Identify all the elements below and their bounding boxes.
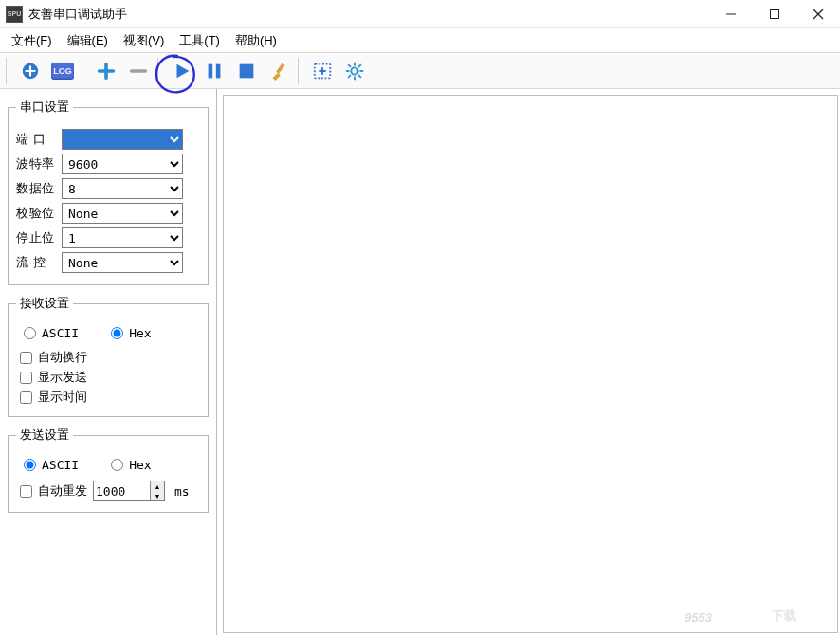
recv-showsend-check[interactable] xyxy=(20,372,32,384)
send-ascii-radio[interactable] xyxy=(24,459,36,471)
toolbar: LOG xyxy=(0,53,840,89)
minus-button[interactable] xyxy=(125,58,152,84)
recv-showtime-check[interactable] xyxy=(20,391,32,404)
menu-file[interactable]: 文件(F) xyxy=(4,29,60,52)
close-button[interactable] xyxy=(796,0,840,28)
receive-settings-group: 接收设置 ASCII Hex 自动换行 显示发送 显示时间 xyxy=(8,295,209,417)
svg-line-18 xyxy=(358,64,361,67)
baud-label: 波特率 xyxy=(16,155,56,172)
svg-line-19 xyxy=(348,75,351,78)
send-ascii-label: ASCII xyxy=(42,458,79,472)
plus-button[interactable] xyxy=(93,58,119,84)
stopbits-select[interactable]: 1 xyxy=(62,227,183,248)
svg-marker-5 xyxy=(177,64,190,78)
left-panel: 串口设置 端 口 波特率 9600 数据位 8 校验位 xyxy=(0,89,216,635)
log-icon: LOG xyxy=(51,63,74,80)
svg-rect-6 xyxy=(209,64,213,78)
parity-label: 校验位 xyxy=(16,205,56,222)
menu-tools[interactable]: 工具(T) xyxy=(172,29,228,52)
add-port-button[interactable] xyxy=(17,58,44,84)
pause-button[interactable] xyxy=(201,58,228,84)
toolbar-separator xyxy=(6,58,9,84)
play-button[interactable] xyxy=(169,58,195,84)
svg-rect-1 xyxy=(771,9,779,18)
menu-help[interactable]: 帮助(H) xyxy=(228,29,284,52)
toolbar-separator xyxy=(157,58,161,84)
serial-settings-legend: 串口设置 xyxy=(16,99,73,116)
app-icon: SPU xyxy=(6,6,23,23)
title-bar: SPU 友善串口调试助手 xyxy=(0,0,840,28)
new-tab-button[interactable] xyxy=(309,58,336,84)
client-area: 串口设置 端 口 波特率 9600 数据位 8 校验位 xyxy=(0,89,840,635)
svg-rect-7 xyxy=(216,64,221,78)
recv-showsend-label: 显示发送 xyxy=(38,369,87,386)
port-label: 端 口 xyxy=(16,131,56,148)
plus-icon xyxy=(96,61,117,82)
databits-select[interactable]: 8 xyxy=(62,178,183,199)
spin-buttons[interactable]: ▲▼ xyxy=(150,481,164,500)
baud-select[interactable]: 9600 xyxy=(62,154,183,174)
flow-label: 流 控 xyxy=(16,254,56,271)
port-select[interactable] xyxy=(62,129,183,150)
svg-rect-9 xyxy=(276,63,284,73)
minimize-icon xyxy=(725,9,737,20)
output-textarea[interactable] xyxy=(223,95,838,633)
auto-resend-check[interactable] xyxy=(20,485,32,498)
pause-icon xyxy=(204,61,225,82)
recv-ascii-radio[interactable] xyxy=(24,327,36,339)
stop-button[interactable] xyxy=(233,58,260,84)
menu-view[interactable]: 视图(V) xyxy=(116,29,172,52)
svg-line-16 xyxy=(348,64,351,67)
minus-icon xyxy=(128,61,149,82)
recv-showtime-label: 显示时间 xyxy=(38,389,87,406)
recv-hex-label: Hex xyxy=(129,326,151,340)
resend-unit-label: ms xyxy=(174,484,190,499)
stop-icon xyxy=(236,61,257,82)
new-tab-icon xyxy=(312,61,333,82)
serial-settings-group: 串口设置 端 口 波特率 9600 数据位 8 校验位 xyxy=(8,99,209,285)
gear-icon xyxy=(344,61,365,82)
recv-wrap-check[interactable] xyxy=(20,352,32,364)
maximize-button[interactable] xyxy=(753,0,796,28)
parity-select[interactable]: None xyxy=(62,203,183,224)
menu-bar: 文件(F) 编辑(E) 视图(V) 工具(T) 帮助(H) xyxy=(0,28,840,53)
recv-wrap-label: 自动换行 xyxy=(38,349,87,366)
log-button[interactable]: LOG xyxy=(49,58,76,84)
send-hex-radio[interactable] xyxy=(111,459,123,471)
svg-rect-8 xyxy=(240,64,254,78)
svg-point-11 xyxy=(351,67,357,74)
play-icon xyxy=(172,61,192,82)
recv-hex-radio[interactable] xyxy=(111,327,123,339)
stopbits-label: 停止位 xyxy=(16,229,56,246)
clear-button[interactable] xyxy=(265,58,292,84)
receive-settings-legend: 接收设置 xyxy=(16,295,73,312)
auto-resend-label: 自动重发 xyxy=(38,482,87,499)
send-settings-group: 发送设置 ASCII Hex 自动重发 ▲▼ ms xyxy=(8,426,209,513)
toolbar-separator xyxy=(82,58,85,84)
send-hex-label: Hex xyxy=(129,458,151,472)
brush-icon xyxy=(268,61,289,82)
maximize-icon xyxy=(769,9,780,20)
databits-label: 数据位 xyxy=(16,180,56,197)
send-settings-legend: 发送设置 xyxy=(16,426,73,444)
toolbar-separator xyxy=(298,58,301,84)
close-icon xyxy=(813,9,824,20)
flow-select[interactable]: None xyxy=(62,252,183,273)
menu-edit[interactable]: 编辑(E) xyxy=(60,29,116,52)
recv-ascii-label: ASCII xyxy=(42,326,79,340)
settings-button[interactable] xyxy=(341,58,368,84)
output-panel xyxy=(216,89,840,635)
window-title: 友善串口调试助手 xyxy=(28,6,127,23)
svg-line-17 xyxy=(358,75,361,78)
add-port-icon xyxy=(20,61,41,82)
minimize-button[interactable] xyxy=(709,0,753,28)
